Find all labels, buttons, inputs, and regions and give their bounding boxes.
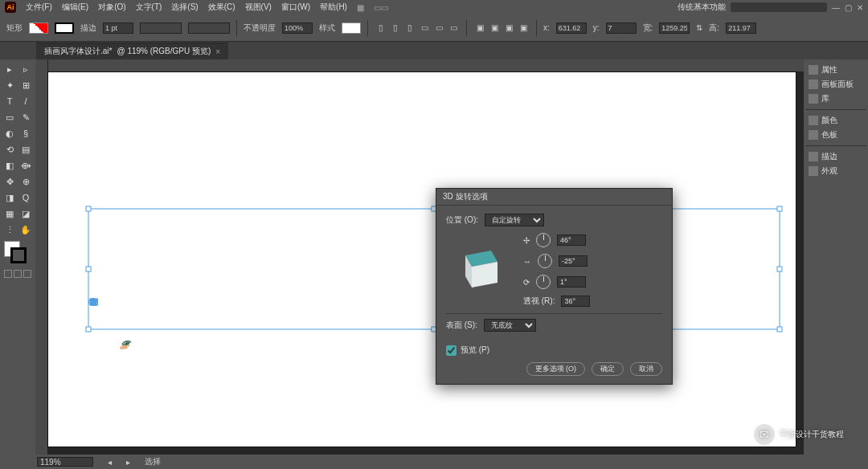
eyedropper-tool[interactable]: Q [18,190,34,206]
artboard[interactable]: GRAPHIC GRAP GRAP GRAP [48,72,796,447]
panel-color[interactable]: 颜色 [805,113,866,128]
menu-file[interactable]: 文件(F) [26,2,52,13]
bridge-icon[interactable]: ▦ [357,3,364,12]
draw-normal-icon[interactable] [4,270,12,278]
curvature-tool[interactable]: ◐ [2,125,18,141]
perspective-tool[interactable]: ⊕ [18,173,34,190]
document-tab[interactable]: 插画风字体设计.ai* @ 119% (RGB/GPU 预览) × [36,43,228,59]
opacity-label: 不透明度 [244,22,276,34]
x-angle-input[interactable]: 46° [557,234,586,246]
ruler-horizontal[interactable] [48,59,804,72]
ruler-vertical[interactable] [35,59,48,455]
arrange-icon[interactable]: ▭▭ [374,3,388,12]
perspective-input[interactable]: 36° [561,296,590,307]
x-angle-dial[interactable] [536,233,551,247]
paintbrush-tool[interactable]: § [18,125,34,141]
preview-checkbox[interactable] [446,345,457,356]
align-vcenter-icon[interactable]: ▭ [432,22,445,35]
canvas-area[interactable]: GRAPHIC GRAP GRAP GRAP [35,59,804,455]
y-angle-dial[interactable] [538,254,552,268]
dialog-title[interactable]: 3D 旋转选项 [436,189,672,206]
type-tool[interactable]: T [2,93,18,109]
shape-intersect-icon[interactable]: ▣ [502,22,515,35]
selection-tool[interactable]: ▸ [2,61,18,77]
selected-artwork[interactable]: GRAPHIC GRAP GRAP GRAP [88,209,780,369]
z-angle-dial[interactable] [536,275,551,289]
magic-wand-tool[interactable]: ✦ [2,77,18,93]
panel-libraries[interactable]: 库 [805,92,866,106]
link-wh-icon[interactable]: ⇅ [696,23,702,32]
hand-tool[interactable]: ✋ [18,222,34,238]
menu-effect[interactable]: 效果(C) [208,2,235,13]
rectangle-tool[interactable]: ▭ [2,109,18,125]
artboard-nav-next-icon[interactable]: ▸ [126,458,130,467]
z-angle-input[interactable]: 1° [557,276,586,288]
align-bottom-icon[interactable]: ▭ [447,22,460,35]
line-tool[interactable]: / [18,93,34,109]
position-select[interactable]: 自定旋转 [485,214,544,226]
menu-object[interactable]: 对象(O) [98,2,125,13]
panel-appearance[interactable]: 外观 [805,164,866,178]
scale-tool[interactable]: ▤ [18,141,34,157]
draw-behind-icon[interactable] [14,270,22,278]
artboard-tool[interactable]: ⋮ [2,222,18,238]
stroke-swatch[interactable] [55,22,74,34]
more-options-button[interactable]: 更多选项 (O) [526,362,586,376]
rotation-cube-preview[interactable] [446,233,512,299]
align-top-icon[interactable]: ▭ [418,22,431,35]
lasso-tool[interactable]: ⊞ [18,77,34,93]
minimize-icon[interactable]: — [832,3,840,12]
tab-close-icon[interactable]: × [215,47,220,56]
transform-w-input[interactable] [659,22,690,34]
3d-rotate-dialog: 3D 旋转选项 位置 (O): 自定旋转 ✢46° ↔-25° ⟳1° 透视 (… [436,188,673,385]
artboard-nav-prev-icon[interactable]: ◂ [108,458,112,467]
blend-tool[interactable]: ◪ [18,206,34,222]
shape-unite-icon[interactable]: ▣ [473,22,486,35]
menu-type[interactable]: 文字(T) [136,2,162,13]
maximize-icon[interactable]: ▢ [845,3,852,12]
panel-stroke[interactable]: 描边 [805,149,866,164]
style-swatch[interactable] [342,22,361,34]
gradient-tool[interactable]: ▦ [2,206,18,222]
rotate-tool[interactable]: ⟲ [2,141,18,157]
menu-edit[interactable]: 编辑(E) [62,2,88,13]
fill-stroke-control[interactable] [2,241,34,265]
y-angle-input[interactable]: -25° [559,255,588,267]
menu-window[interactable]: 窗口(W) [281,2,310,13]
surface-select[interactable]: 无底纹 [484,319,536,332]
menu-view[interactable]: 视图(V) [245,2,272,13]
transform-x-input[interactable] [556,22,587,34]
brush-select[interactable] [188,22,230,34]
mesh-tool[interactable]: ◨ [2,190,18,206]
pen-tool[interactable]: ✎ [18,109,34,125]
workspace-switcher[interactable]: 传统基本功能 [678,2,726,13]
stroke-weight-input[interactable] [103,22,133,34]
width-tool[interactable]: ◧ [2,157,18,173]
fill-swatch[interactable] [29,22,48,34]
transform-y-input[interactable] [606,22,637,34]
cancel-button[interactable]: 取消 [630,362,662,376]
align-hcenter-icon[interactable]: ▯ [389,22,402,35]
free-transform-tool[interactable]: ⟴ [18,157,34,173]
stroke-color[interactable] [10,247,27,263]
ok-button[interactable]: 确定 [592,362,624,376]
direct-selection-tool[interactable]: ▹ [18,61,34,77]
menu-select[interactable]: 选择(S) [171,2,198,13]
align-right-icon[interactable]: ▯ [403,22,416,35]
help-search-input[interactable] [731,2,827,12]
shape-builder-tool[interactable]: ✥ [2,173,18,190]
shape-minus-icon[interactable]: ▣ [488,22,501,35]
opacity-input[interactable] [282,22,313,34]
perspective-label: 透视 (R): [523,296,555,307]
transform-h-input[interactable] [726,22,756,34]
shape-exclude-icon[interactable]: ▣ [517,22,530,35]
panel-artboards[interactable]: 画板面板 [805,77,866,92]
menu-help[interactable]: 帮助(H) [320,2,347,13]
zoom-field[interactable]: 119% [37,457,93,467]
close-icon[interactable]: ✕ [857,3,863,12]
align-left-icon[interactable]: ▯ [375,22,387,35]
panel-swatches[interactable]: 色板 [805,128,866,142]
draw-inside-icon[interactable] [23,270,31,278]
panel-properties[interactable]: 属性 [805,63,866,77]
stroke-profile-select[interactable] [140,22,182,34]
